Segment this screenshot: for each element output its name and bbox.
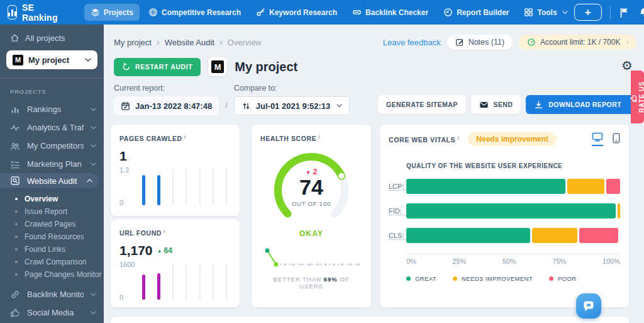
generate-sitemap-button[interactable]: GENERATE SITEMAP [378, 95, 466, 114]
sidebar-subitem-overview[interactable]: Overview [0, 193, 104, 205]
breadcrumb-item-my-project[interactable]: My project [114, 38, 152, 47]
card-title: HEALTH SCOREi [260, 133, 362, 142]
sidebar-item-backlink-monitor[interactable]: Backlink Monitor [0, 285, 104, 303]
sidebar-item-marketing-plan[interactable]: Marketing Plan [0, 155, 104, 173]
chevron-down-icon [91, 293, 96, 297]
layers-icon [91, 8, 100, 17]
breadcrumb-separator: › [157, 37, 160, 47]
notes-button[interactable]: Notes (11) [447, 35, 513, 50]
sidebar-subitem-crawl-comparison[interactable]: Crawl Comparison [0, 256, 104, 268]
sidebar-item-website-audit[interactable]: Website Audit [0, 173, 99, 188]
send-button[interactable]: SEND [471, 95, 521, 114]
compare-report-selector[interactable]: Jul-01 2021 9:52:13 [234, 96, 350, 115]
health-score-gauge: ▼ 2 74 OUT OF 100 [264, 151, 358, 228]
sidebar-subitem-found-links[interactable]: Found Links [0, 243, 104, 256]
chevron-down-icon [91, 162, 96, 166]
sidebar-item-all-projects[interactable]: All projects [0, 25, 104, 48]
cwv-metric-label[interactable]: LCP: [389, 183, 406, 191]
people-icon [10, 141, 20, 151]
sidebar-subitem-crawled-pages[interactable]: Crawled Pages [0, 218, 104, 230]
segment-great [406, 179, 565, 194]
account-limit-badge[interactable]: Account limit: 1K / 700K i [519, 35, 636, 50]
audit-icon [10, 176, 20, 186]
sidebar-item-rankings[interactable]: Rankings [0, 100, 104, 118]
nav-item-report-builder[interactable]: Report Builder [437, 4, 515, 21]
empty-slot [172, 263, 174, 300]
restart-audit-button[interactable]: RESTART AUDIT [114, 58, 201, 76]
grid-icon [524, 8, 533, 17]
nav-item-projects[interactable]: Projects [84, 4, 140, 21]
increase-icon: ▲ [157, 248, 162, 254]
project-favicon: M [208, 57, 227, 76]
mini-bar-chart [138, 263, 231, 300]
empty-slot [186, 169, 187, 205]
calendar-icon [121, 101, 130, 111]
sidebar-section-label: PROJECTS [0, 79, 104, 100]
chain-icon [352, 8, 362, 17]
axis-tick: 25% [452, 258, 466, 265]
legend-dot-icon [453, 276, 457, 281]
report-separator: / [225, 101, 228, 115]
empty-slot [199, 263, 201, 300]
next-row-card-partial [111, 317, 629, 323]
nav-item-competitive-research[interactable]: Competitive Research [142, 4, 247, 21]
sidebar-subitem-issue-report[interactable]: Issue Report [0, 205, 104, 218]
chevron-down-icon [85, 58, 91, 62]
cwv-status-badge: Needs improvement [468, 132, 557, 146]
flag-icon[interactable] [619, 7, 630, 18]
y-axis-min: 0 [119, 199, 123, 207]
bullet-icon [15, 198, 18, 200]
info-icon: i [626, 39, 628, 45]
cwv-stacked-bars: LCP:FID:CLS: [389, 179, 620, 243]
rate-us-label: RATE US [638, 81, 644, 113]
stacked-bar [406, 228, 620, 243]
segment-poor [606, 179, 620, 194]
breadcrumb-item-website-audit[interactable]: Website Audit [165, 38, 214, 47]
stacked-bar [406, 203, 620, 218]
settings-gear-icon[interactable]: ⚙ [621, 59, 633, 72]
pages-crawled-value: 1 [119, 149, 231, 164]
cwv-metric-label[interactable]: CLS: [389, 232, 406, 240]
main-content: My project›Website Audit›Overview Leave … [104, 25, 644, 323]
y-axis-min: 0 [119, 293, 123, 301]
add-project-button[interactable]: + [574, 4, 602, 21]
cwv-row-cls: CLS: [389, 228, 620, 243]
mobile-icon[interactable] [613, 133, 620, 146]
sidebar-item-my-competitors[interactable]: My Competitors [0, 137, 104, 155]
sidebar-item-social-media[interactable]: Social Media [0, 303, 104, 322]
cwv-metric-label[interactable]: FID: [389, 207, 406, 215]
nav-item-keyword-research[interactable]: Keyword Research [250, 4, 343, 21]
checklist-icon [10, 159, 20, 169]
sidebar-item-analytics-traffic[interactable]: Analytics & Traffic [0, 118, 104, 137]
project-selector[interactable]: M My project [6, 50, 97, 69]
sidebar-subitem-page-changes-monitor[interactable]: Page Changes Monitor [0, 268, 104, 281]
cwv-subtitle: QUALITY OF THE WEBSITE USER EXPERIENCE [406, 162, 620, 169]
desktop-icon[interactable] [592, 132, 603, 146]
legend-item-great: GREAT [406, 275, 436, 282]
live-chat-button[interactable] [576, 293, 601, 319]
rate-us-tab[interactable]: RATE US [631, 71, 644, 123]
current-report-selector[interactable]: Jan-13 2022 8:47:48 [114, 96, 219, 115]
legend-item-poor: POOR [549, 275, 577, 282]
bullet-icon [15, 248, 18, 251]
axis-tick: 75% [552, 258, 566, 265]
cwv-row-fid: FID: [389, 203, 620, 218]
leave-feedback-link[interactable]: Leave feedback [383, 38, 441, 47]
legend-dot-icon [406, 276, 411, 281]
chat-bubble-icon [582, 299, 596, 313]
legend-item-needs-improvement: NEEDS IMPROVEMENT [453, 275, 533, 282]
sidebar-subitem-found-resources[interactable]: Found Resources [0, 230, 104, 243]
topbar-right-cluster: + $49.955 AT [574, 4, 644, 21]
core-web-vitals-card: CORE WEB VITALSi Needs improvement QUALI… [380, 125, 629, 307]
card-title: CORE WEB VITALSi [389, 135, 459, 144]
nav-item-tools[interactable]: Tools [518, 4, 574, 21]
empty-slot [213, 263, 214, 300]
info-icon: i [164, 228, 165, 234]
nav-item-backlink-checker[interactable]: Backlink Checker [346, 4, 435, 21]
download-report-button[interactable]: DOWNLOAD REPORT [526, 95, 635, 114]
project-logo: M [13, 55, 23, 65]
notifications-bell-icon[interactable] [638, 7, 644, 18]
bullet-icon [15, 261, 18, 263]
health-history-sparkline [261, 246, 362, 269]
axis-tick: 50% [502, 258, 516, 265]
